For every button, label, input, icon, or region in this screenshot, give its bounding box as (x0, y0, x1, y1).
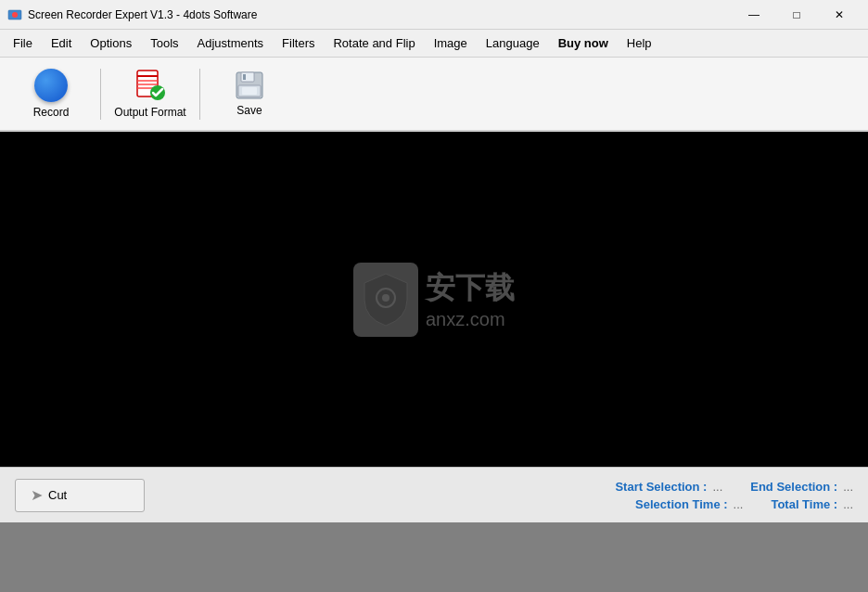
record-button[interactable]: Record (9, 64, 93, 124)
total-time-item: Total Time : ... (771, 497, 853, 511)
output-format-label: Output Format (114, 106, 185, 119)
end-selection-label: End Selection : (750, 480, 837, 494)
selection-time-item: Selection Time : ... (635, 497, 743, 511)
end-selection-item: End Selection : ... (750, 480, 853, 494)
total-time-value: ... (843, 497, 853, 511)
save-icon (235, 71, 264, 100)
watermark-url: anxz.com (426, 309, 505, 330)
video-area: 安下载 anxz.com (0, 132, 868, 467)
output-format-icon (134, 69, 167, 102)
selection-time-value: ... (734, 497, 744, 511)
status-row-2: Selection Time : ... Total Time : ... (635, 497, 853, 511)
close-button[interactable]: ✕ (818, 0, 861, 30)
cut-arrow-icon: ➤ (31, 486, 43, 504)
svg-rect-10 (243, 74, 246, 80)
save-button[interactable]: Save (208, 64, 291, 124)
menu-adjustments[interactable]: Adjustments (188, 32, 274, 54)
menu-options[interactable]: Options (81, 32, 141, 54)
menu-language[interactable]: Language (477, 32, 549, 54)
status-info: Start Selection : ... End Selection : ..… (145, 480, 853, 511)
record-icon (34, 69, 68, 102)
svg-rect-12 (242, 87, 257, 95)
watermark-shield-icon (353, 263, 418, 337)
menu-edit[interactable]: Edit (42, 32, 81, 54)
toolbar-separator-1 (100, 69, 101, 120)
menu-buynow[interactable]: Buy now (549, 32, 618, 54)
watermark-chinese-text: 安下载 (426, 268, 515, 309)
cut-button[interactable]: ➤ Cut (15, 479, 145, 512)
window-title: Screen Recorder Expert V1.3 - 4dots Soft… (28, 8, 733, 21)
menu-filters[interactable]: Filters (273, 32, 324, 54)
watermark: 安下载 anxz.com (353, 263, 515, 337)
menu-tools[interactable]: Tools (141, 32, 187, 54)
status-row-1: Start Selection : ... End Selection : ..… (615, 480, 853, 494)
title-bar: Screen Recorder Expert V1.3 - 4dots Soft… (0, 0, 868, 30)
menu-image[interactable]: Image (425, 32, 477, 54)
status-bar: ➤ Cut Start Selection : ... End Selectio… (0, 467, 868, 522)
toolbar: Record Output Format (0, 58, 868, 132)
output-format-button[interactable]: Output Format (108, 64, 192, 124)
record-label: Record (33, 106, 70, 119)
svg-point-14 (382, 294, 389, 302)
start-selection-value: ... (712, 480, 722, 494)
selection-time-label: Selection Time : (635, 497, 727, 511)
toolbar-separator-2 (199, 69, 200, 120)
start-selection-item: Start Selection : ... (615, 480, 722, 494)
end-selection-value: ... (843, 480, 853, 494)
menu-file[interactable]: File (4, 32, 42, 54)
svg-point-1 (12, 12, 18, 18)
watermark-text-block: 安下载 anxz.com (426, 268, 515, 330)
start-selection-label: Start Selection : (615, 480, 707, 494)
total-time-label: Total Time : (771, 497, 837, 511)
bottom-bar (0, 522, 868, 592)
app-icon (7, 7, 22, 22)
minimize-button[interactable]: — (733, 0, 775, 30)
menu-bar: File Edit Options Tools Adjustments Filt… (0, 30, 868, 58)
maximize-button[interactable]: □ (775, 0, 818, 30)
menu-help[interactable]: Help (618, 32, 661, 54)
menu-rotate-flip[interactable]: Rotate and Flip (324, 32, 424, 54)
cut-label: Cut (48, 488, 67, 502)
window-controls: — □ ✕ (733, 0, 861, 30)
save-label: Save (236, 104, 262, 117)
